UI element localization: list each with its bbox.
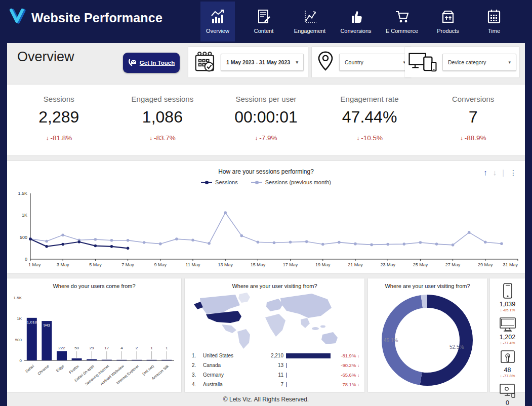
desktop-icon [499, 316, 517, 333]
divider: | [502, 169, 504, 177]
svg-text:(not set): (not set) [141, 363, 155, 376]
device-kpi-tablet: 48 ↓ -77.8% [490, 349, 525, 378]
svg-text:9 May: 9 May [154, 262, 167, 267]
nav-item-conversions[interactable]: Conversions [339, 2, 373, 42]
chart-legend: Sessions Sessions (previous month) [7, 179, 525, 185]
kpi-delta: ↓-83.7% [149, 134, 176, 142]
tablet-touch-icon [499, 349, 516, 366]
nav-item-time[interactable]: Time [477, 2, 511, 42]
content-icon [256, 9, 272, 24]
table-row: 4.Australia 7 -78.1% ↓ [185, 380, 364, 389]
kpi-sessions: Sessions 2,289 ↓-81.8% [7, 85, 111, 155]
down-arrow-icon: ↓ [357, 363, 359, 368]
device-delta: ↓ -85.1% [500, 308, 515, 312]
svg-text:50: 50 [74, 346, 79, 350]
date-filter-card: 1 May 2023 - 31 May 2023 ▾ [188, 47, 308, 77]
down-arrow-icon: ↓ [356, 135, 359, 142]
sessions-line-chart: 05001K1.5K1 May3 May5 May7 May9 May11 Ma… [7, 188, 525, 272]
caret-down-icon: ▾ [508, 60, 511, 65]
svg-text:25 May: 25 May [413, 262, 428, 267]
kpi-label: Sessions [44, 95, 74, 103]
kpi-delta: ↓-7.9% [255, 134, 277, 142]
sessions-chart-title: How are your sessions performing? [7, 168, 525, 175]
svg-text:500: 500 [15, 338, 22, 342]
svg-text:500: 500 [20, 235, 27, 240]
app-header: Website Performance Overview Content [0, 0, 532, 43]
svg-text:1K: 1K [22, 213, 27, 218]
nav-item-ecommerce[interactable]: E Commerce [385, 2, 419, 42]
country-filter-card: Country ▾ [312, 47, 411, 77]
geo-table: 1.United States 2,210 -81.9% ↓ 2.Canada … [185, 351, 364, 389]
nav-label: Content [254, 28, 274, 34]
get-in-touch-button[interactable]: Get In Touch [123, 53, 180, 73]
chart-controls: ↑ ↓ | ⋮ [483, 168, 517, 177]
date-range-select[interactable]: 1 May 2023 - 31 May 2023 ▾ [221, 54, 304, 71]
nav-label: Engagement [294, 28, 325, 34]
dashboard-root: { "header": { "title": "Website Performa… [0, 0, 532, 406]
sort-up-icon[interactable]: ↑ [483, 168, 487, 177]
kebab-menu-icon[interactable]: ⋮ [510, 169, 517, 177]
device-delta: ↓ -77.4% [500, 341, 515, 345]
nav-label: Products [437, 28, 459, 34]
kpi-label: Conversions [452, 95, 494, 103]
device-filter-card: Device category ▾ [405, 47, 519, 77]
svg-text:1,018: 1,018 [27, 320, 37, 324]
browser-bar-chart: 05001K1.5K1,018Safari943Chrome222Edge50F… [7, 290, 181, 391]
geo-map-title: Where are your user visiting from? [185, 283, 364, 289]
svg-text:23 May: 23 May [380, 262, 395, 267]
svg-text:222: 222 [58, 346, 65, 350]
kpi-value: 1,086 [142, 108, 183, 127]
kpi-label: Sessions per user [235, 95, 296, 103]
svg-text:29: 29 [90, 346, 94, 350]
svg-text:17 May: 17 May [283, 262, 298, 267]
device-donut-panel: Where are your user visiting from? 45.1%… [368, 278, 487, 392]
app-title: Website Performance [31, 11, 162, 25]
down-arrow-icon: ↓ [500, 374, 502, 378]
svg-text:1: 1 [166, 346, 168, 350]
svg-text:1 May: 1 May [28, 262, 41, 267]
kpi-label: Engagement rate [341, 95, 399, 103]
down-arrow-icon: ↓ [357, 354, 359, 358]
overview-icon [210, 9, 226, 24]
down-arrow-icon: ↓ [500, 308, 502, 312]
svg-text:2: 2 [136, 346, 138, 350]
device-donut-chart: 45.1%52.5% [379, 292, 476, 389]
svg-text:31 May: 31 May [503, 262, 518, 267]
table-bar [286, 373, 287, 378]
sort-down-icon[interactable]: ↓ [493, 168, 497, 177]
device-kpi-mobile: 1,039 ↓ -85.1% [490, 282, 525, 312]
country-value: Country [345, 59, 363, 65]
cart-icon [394, 9, 410, 24]
svg-text:3 May: 3 May [57, 262, 69, 267]
kpi-value: 7 [469, 108, 478, 127]
down-arrow-icon: ↓ [460, 135, 463, 142]
svg-text:21 May: 21 May [348, 262, 363, 267]
lets-viz-logo [8, 6, 28, 26]
kpi-value: 00:00:01 [234, 108, 298, 127]
svg-text:Firefox: Firefox [68, 363, 80, 375]
nav-item-content[interactable]: Content [247, 2, 281, 42]
country-select[interactable]: Country ▾ [339, 54, 411, 71]
kpi-delta: ↓-81.8% [46, 134, 72, 142]
nav-item-engagement[interactable]: Engagement [293, 2, 327, 42]
nav-item-overview[interactable]: Overview [200, 2, 235, 42]
svg-text:1.5K: 1.5K [14, 296, 22, 300]
svg-text:5 May: 5 May [89, 262, 102, 267]
world-map [191, 291, 358, 349]
box-icon [440, 9, 456, 24]
device-value: 1,039 [500, 301, 515, 308]
content-area: Overview Get In Touch 1 May 2023 - 31 Ma… [7, 43, 525, 406]
kpi-conversions: Conversions 7 ↓-88.9% [421, 85, 525, 155]
nav-item-products[interactable]: Products [431, 2, 465, 42]
kpi-delta: ↓-10.5% [356, 134, 383, 142]
kpi-delta: ↓-88.9% [460, 134, 486, 142]
svg-text:7 May: 7 May [121, 262, 134, 267]
thumbs-up-icon [348, 9, 364, 24]
table-row: 1.United States 2,210 -81.9% ↓ [185, 351, 364, 360]
legend-item-sessions: Sessions [201, 179, 238, 185]
legend-marker [251, 182, 262, 183]
device-category-select[interactable]: Device category ▾ [442, 54, 516, 71]
calendar-check-icon [193, 51, 217, 74]
down-arrow-icon: ↓ [500, 341, 502, 345]
location-pin-icon [316, 50, 335, 74]
